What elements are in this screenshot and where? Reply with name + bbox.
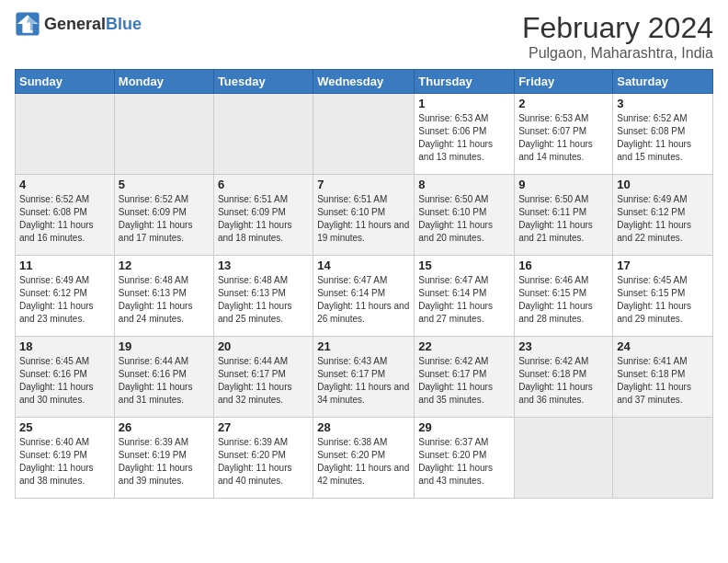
calendar-cell: 10Sunrise: 6:49 AMSunset: 6:12 PMDayligh… bbox=[613, 175, 713, 256]
calendar-table: SundayMondayTuesdayWednesdayThursdayFrid… bbox=[15, 69, 713, 499]
cell-date: 16 bbox=[518, 259, 609, 272]
cell-date: 23 bbox=[518, 339, 609, 353]
cell-info: Sunrise: 6:50 AMSunset: 6:10 PMDaylight:… bbox=[418, 193, 510, 245]
calendar-cell: 21Sunrise: 6:43 AMSunset: 6:17 PMDayligh… bbox=[313, 337, 415, 418]
calendar-cell: 16Sunrise: 6:46 AMSunset: 6:15 PMDayligh… bbox=[515, 256, 613, 337]
calendar-cell: 15Sunrise: 6:47 AMSunset: 6:14 PMDayligh… bbox=[415, 256, 515, 337]
calendar-cell: 27Sunrise: 6:39 AMSunset: 6:20 PMDayligh… bbox=[213, 418, 313, 499]
cell-date: 8 bbox=[418, 178, 510, 191]
calendar-week-row: 1Sunrise: 6:53 AMSunset: 6:06 PMDaylight… bbox=[16, 94, 713, 175]
cell-date: 17 bbox=[617, 259, 709, 272]
cell-date: 14 bbox=[317, 259, 410, 272]
calendar-cell bbox=[515, 418, 613, 499]
calendar-cell: 9Sunrise: 6:50 AMSunset: 6:11 PMDaylight… bbox=[515, 175, 613, 256]
calendar-day-header: Sunday bbox=[16, 70, 115, 94]
cell-info: Sunrise: 6:49 AMSunset: 6:12 PMDaylight:… bbox=[19, 274, 110, 326]
logo: GeneralBlue bbox=[15, 11, 142, 37]
calendar-cell: 4Sunrise: 6:52 AMSunset: 6:08 PMDaylight… bbox=[16, 175, 115, 256]
cell-info: Sunrise: 6:43 AMSunset: 6:17 PMDaylight:… bbox=[317, 355, 410, 407]
cell-info: Sunrise: 6:44 AMSunset: 6:16 PMDaylight:… bbox=[119, 355, 210, 407]
calendar-cell bbox=[114, 94, 213, 175]
calendar-cell: 23Sunrise: 6:42 AMSunset: 6:18 PMDayligh… bbox=[515, 337, 613, 418]
calendar-cell: 12Sunrise: 6:48 AMSunset: 6:13 PMDayligh… bbox=[114, 256, 213, 337]
calendar-week-row: 25Sunrise: 6:40 AMSunset: 6:19 PMDayligh… bbox=[16, 418, 713, 499]
calendar-cell: 22Sunrise: 6:42 AMSunset: 6:17 PMDayligh… bbox=[415, 337, 515, 418]
cell-date: 11 bbox=[19, 259, 110, 272]
cell-date: 29 bbox=[418, 420, 510, 434]
cell-date: 20 bbox=[218, 339, 309, 353]
cell-info: Sunrise: 6:49 AMSunset: 6:12 PMDaylight:… bbox=[617, 193, 709, 245]
calendar-cell: 18Sunrise: 6:45 AMSunset: 6:16 PMDayligh… bbox=[16, 337, 115, 418]
calendar-day-header: Thursday bbox=[415, 70, 515, 94]
cell-info: Sunrise: 6:52 AMSunset: 6:09 PMDaylight:… bbox=[119, 193, 210, 245]
calendar-cell: 2Sunrise: 6:53 AMSunset: 6:07 PMDaylight… bbox=[515, 94, 613, 175]
cell-date: 10 bbox=[617, 178, 709, 191]
cell-date: 9 bbox=[518, 178, 609, 191]
cell-info: Sunrise: 6:48 AMSunset: 6:13 PMDaylight:… bbox=[119, 274, 210, 326]
header: GeneralBlue February 2024 Pulgaon, Mahar… bbox=[15, 11, 713, 62]
calendar-cell: 26Sunrise: 6:39 AMSunset: 6:19 PMDayligh… bbox=[114, 418, 213, 499]
cell-date: 13 bbox=[218, 259, 309, 272]
calendar-cell: 29Sunrise: 6:37 AMSunset: 6:20 PMDayligh… bbox=[415, 418, 515, 499]
calendar-cell: 8Sunrise: 6:50 AMSunset: 6:10 PMDaylight… bbox=[415, 175, 515, 256]
calendar-cell: 17Sunrise: 6:45 AMSunset: 6:15 PMDayligh… bbox=[613, 256, 713, 337]
cell-info: Sunrise: 6:38 AMSunset: 6:20 PMDaylight:… bbox=[317, 436, 410, 488]
calendar-cell bbox=[213, 94, 313, 175]
cell-date: 3 bbox=[617, 97, 709, 110]
cell-info: Sunrise: 6:44 AMSunset: 6:17 PMDaylight:… bbox=[218, 355, 309, 407]
cell-date: 2 bbox=[518, 97, 609, 110]
cell-info: Sunrise: 6:40 AMSunset: 6:19 PMDaylight:… bbox=[19, 436, 110, 488]
cell-date: 19 bbox=[119, 339, 210, 353]
month-year: February 2024 bbox=[522, 11, 713, 45]
calendar-day-header: Saturday bbox=[613, 70, 713, 94]
calendar-day-header: Monday bbox=[114, 70, 213, 94]
cell-date: 1 bbox=[418, 97, 510, 110]
logo-blue: Blue bbox=[106, 15, 142, 33]
cell-date: 25 bbox=[19, 420, 110, 434]
calendar-day-header: Tuesday bbox=[213, 70, 313, 94]
location: Pulgaon, Maharashtra, India bbox=[522, 45, 713, 62]
cell-date: 6 bbox=[218, 178, 309, 191]
cell-date: 12 bbox=[119, 259, 210, 272]
calendar-day-header: Friday bbox=[515, 70, 613, 94]
calendar-cell: 24Sunrise: 6:41 AMSunset: 6:18 PMDayligh… bbox=[613, 337, 713, 418]
cell-info: Sunrise: 6:53 AMSunset: 6:07 PMDaylight:… bbox=[518, 112, 609, 164]
cell-info: Sunrise: 6:39 AMSunset: 6:20 PMDaylight:… bbox=[218, 436, 309, 488]
cell-info: Sunrise: 6:52 AMSunset: 6:08 PMDaylight:… bbox=[19, 193, 110, 245]
cell-info: Sunrise: 6:51 AMSunset: 6:10 PMDaylight:… bbox=[317, 193, 410, 245]
calendar-cell: 28Sunrise: 6:38 AMSunset: 6:20 PMDayligh… bbox=[313, 418, 415, 499]
logo-general: General bbox=[44, 15, 106, 33]
page: GeneralBlue February 2024 Pulgaon, Mahar… bbox=[0, 0, 728, 563]
cell-date: 26 bbox=[119, 420, 210, 434]
cell-date: 4 bbox=[19, 178, 110, 191]
calendar-week-row: 18Sunrise: 6:45 AMSunset: 6:16 PMDayligh… bbox=[16, 337, 713, 418]
logo-icon bbox=[15, 11, 40, 37]
calendar-cell: 6Sunrise: 6:51 AMSunset: 6:09 PMDaylight… bbox=[213, 175, 313, 256]
calendar-day-header: Wednesday bbox=[313, 70, 415, 94]
cell-info: Sunrise: 6:47 AMSunset: 6:14 PMDaylight:… bbox=[418, 274, 510, 326]
cell-info: Sunrise: 6:42 AMSunset: 6:18 PMDaylight:… bbox=[518, 355, 609, 407]
cell-info: Sunrise: 6:50 AMSunset: 6:11 PMDaylight:… bbox=[518, 193, 609, 245]
cell-info: Sunrise: 6:41 AMSunset: 6:18 PMDaylight:… bbox=[617, 355, 709, 407]
calendar-cell: 11Sunrise: 6:49 AMSunset: 6:12 PMDayligh… bbox=[16, 256, 115, 337]
cell-date: 21 bbox=[317, 339, 410, 353]
cell-date: 28 bbox=[317, 420, 410, 434]
calendar-cell: 20Sunrise: 6:44 AMSunset: 6:17 PMDayligh… bbox=[213, 337, 313, 418]
calendar-cell bbox=[613, 418, 713, 499]
calendar-week-row: 4Sunrise: 6:52 AMSunset: 6:08 PMDaylight… bbox=[16, 175, 713, 256]
calendar-cell bbox=[16, 94, 115, 175]
cell-info: Sunrise: 6:53 AMSunset: 6:06 PMDaylight:… bbox=[418, 112, 510, 164]
cell-info: Sunrise: 6:48 AMSunset: 6:13 PMDaylight:… bbox=[218, 274, 309, 326]
calendar-cell: 19Sunrise: 6:44 AMSunset: 6:16 PMDayligh… bbox=[114, 337, 213, 418]
calendar-week-row: 11Sunrise: 6:49 AMSunset: 6:12 PMDayligh… bbox=[16, 256, 713, 337]
cell-info: Sunrise: 6:46 AMSunset: 6:15 PMDaylight:… bbox=[518, 274, 609, 326]
cell-date: 18 bbox=[19, 339, 110, 353]
calendar-cell: 14Sunrise: 6:47 AMSunset: 6:14 PMDayligh… bbox=[313, 256, 415, 337]
calendar-cell: 7Sunrise: 6:51 AMSunset: 6:10 PMDaylight… bbox=[313, 175, 415, 256]
calendar-cell: 5Sunrise: 6:52 AMSunset: 6:09 PMDaylight… bbox=[114, 175, 213, 256]
cell-info: Sunrise: 6:47 AMSunset: 6:14 PMDaylight:… bbox=[317, 274, 410, 326]
calendar-cell: 1Sunrise: 6:53 AMSunset: 6:06 PMDaylight… bbox=[415, 94, 515, 175]
calendar-cell: 3Sunrise: 6:52 AMSunset: 6:08 PMDaylight… bbox=[613, 94, 713, 175]
cell-date: 7 bbox=[317, 178, 410, 191]
calendar-cell: 13Sunrise: 6:48 AMSunset: 6:13 PMDayligh… bbox=[213, 256, 313, 337]
